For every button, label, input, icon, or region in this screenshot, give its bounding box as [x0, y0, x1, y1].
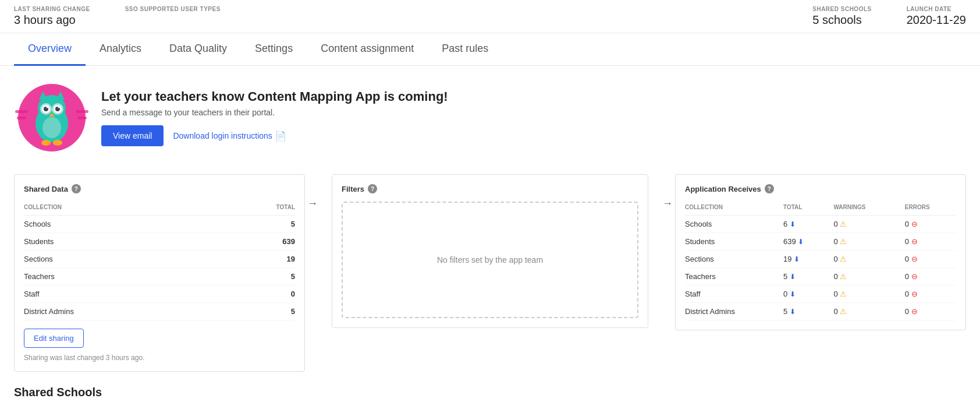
download-icon: ⬇ [790, 308, 796, 316]
schools-table: School Name School ID Grades [14, 408, 966, 416]
arrow-filters-to-app: → [662, 174, 673, 210]
app-receives-help-icon[interactable]: ? [765, 184, 774, 193]
school-id-col: School ID [128, 408, 765, 416]
svg-rect-2 [17, 117, 26, 119]
download-icon: ⬇ [790, 290, 796, 298]
svg-point-18 [42, 117, 61, 138]
warning-icon: ⚠ [840, 290, 847, 298]
last-sharing-value: 3 hours ago [14, 13, 90, 27]
shared-schools-label: SHARED SCHOOLS [812, 6, 871, 12]
tab-overview[interactable]: Overview [14, 33, 86, 66]
app-receives-title: Application Receives [685, 185, 761, 193]
filters-title: Filters [342, 185, 364, 193]
promo-subtext: Send a message to your teachers in their… [101, 108, 448, 117]
promo-actions: View email Download login instructions 📄 [101, 125, 448, 146]
sso-stat: SSO SUPPORTED USER TYPES [125, 6, 221, 27]
shared-data-title: Shared Data [24, 185, 68, 193]
shared-data-panel: Shared Data ? COLLECTION TOTAL Schools5S… [14, 174, 305, 372]
app-col-collection: COLLECTION [685, 202, 776, 216]
filters-panel: Filters ? No filters set by the app team [332, 174, 648, 328]
download-icon: ⬇ [798, 238, 804, 246]
download-icon: ⬇ [790, 220, 796, 228]
arrow-shared-to-filters: → [307, 174, 318, 210]
shared-schools-value: 5 schools [812, 13, 871, 27]
view-email-button[interactable]: View email [101, 125, 164, 146]
stats-bar: LAST SHARING CHANGE 3 hours ago SSO SUPP… [0, 0, 980, 33]
tab-past-rules[interactable]: Past rules [428, 33, 502, 66]
tab-analytics[interactable]: Analytics [86, 33, 155, 66]
school-name-col: School Name [14, 408, 128, 416]
filters-header: Filters ? [342, 184, 638, 193]
table-row: District Admins5 [24, 303, 295, 320]
owl-illustration [14, 80, 90, 156]
app-receives-header: Application Receives ? [685, 184, 956, 193]
error-icon: ⊖ [911, 307, 918, 316]
svg-rect-1 [15, 110, 28, 113]
table-row: Schools 6 ⬇ 0 ⚠ 0 ⊖ [685, 216, 956, 233]
table-row: Students 639 ⬇ 0 ⚠ 0 ⊖ [685, 233, 956, 251]
warning-icon: ⚠ [840, 255, 847, 263]
edit-sharing-button[interactable]: Edit sharing [24, 329, 84, 348]
shared-data-table: COLLECTION TOTAL Schools5Students639Sect… [24, 202, 295, 320]
table-row: Teachers 5 ⬇ 0 ⚠ 0 ⊖ [685, 268, 956, 285]
tab-settings[interactable]: Settings [241, 33, 307, 66]
table-row: Students639 [24, 233, 295, 251]
download-login-link[interactable]: Download login instructions 📄 [173, 131, 286, 142]
error-icon: ⊖ [911, 255, 918, 263]
app-col-total: TOTAL [776, 202, 826, 216]
shared-data-header: Shared Data ? [24, 184, 295, 193]
filters-help-icon[interactable]: ? [368, 184, 377, 193]
download-icon: ⬇ [790, 273, 796, 281]
table-row: Sections19 [24, 251, 295, 268]
filters-empty-message: No filters set by the app team [342, 202, 638, 318]
main-content: Let your teachers know Content Mapping A… [0, 66, 980, 416]
shared-col-total: TOTAL [221, 202, 295, 216]
launch-date-value: 2020-11-29 [907, 13, 966, 27]
shared-schools-section: Shared Schools School Name School ID Gra… [14, 386, 966, 416]
error-icon: ⊖ [911, 237, 918, 246]
launch-date-label: LAUNCH DATE [907, 6, 966, 12]
download-icon: 📄 [275, 131, 286, 142]
promo-text: Let your teachers know Content Mapping A… [101, 89, 448, 146]
app-receives-panel: Application Receives ? COLLECTION TOTAL … [675, 174, 966, 330]
table-row: Staff 0 ⬇ 0 ⚠ 0 ⊖ [685, 285, 956, 303]
svg-point-20 [53, 140, 62, 146]
nav-tabs: Overview Analytics Data Quality Settings… [0, 33, 980, 66]
download-icon: ⬇ [794, 255, 800, 263]
svg-rect-4 [77, 117, 87, 119]
table-row: Schools5 [24, 216, 295, 233]
warning-icon: ⚠ [840, 237, 847, 246]
warning-icon: ⚠ [840, 272, 847, 281]
error-icon: ⊖ [911, 290, 918, 298]
error-icon: ⊖ [911, 220, 918, 228]
sso-label: SSO SUPPORTED USER TYPES [125, 6, 221, 12]
shared-col-collection: COLLECTION [24, 202, 221, 216]
launch-date-stat: LAUNCH DATE 2020-11-29 [907, 6, 966, 27]
promo-heading: Let your teachers know Content Mapping A… [101, 89, 448, 104]
promo-banner: Let your teachers know Content Mapping A… [14, 80, 966, 156]
error-icon: ⊖ [911, 272, 918, 281]
shared-schools-stat: SHARED SCHOOLS 5 schools [812, 6, 871, 27]
app-receives-table: COLLECTION TOTAL WARNINGS ERRORS Schools… [685, 202, 956, 320]
svg-rect-3 [76, 110, 88, 113]
shared-schools-heading: Shared Schools [14, 386, 966, 399]
svg-point-16 [58, 107, 60, 108]
table-row: District Admins 5 ⬇ 0 ⚠ 0 ⊖ [685, 303, 956, 320]
tab-data-quality[interactable]: Data Quality [155, 33, 241, 66]
table-row: Staff0 [24, 285, 295, 303]
svg-point-19 [41, 140, 51, 146]
table-row: Sections 19 ⬇ 0 ⚠ 0 ⊖ [685, 251, 956, 268]
svg-point-15 [47, 107, 48, 108]
app-col-errors: ERRORS [898, 202, 956, 216]
last-sharing-stat: LAST SHARING CHANGE 3 hours ago [14, 6, 90, 27]
app-col-warnings: WARNINGS [826, 202, 897, 216]
warning-icon: ⚠ [840, 307, 847, 316]
table-row: Teachers5 [24, 268, 295, 285]
last-sharing-label: LAST SHARING CHANGE [14, 6, 90, 12]
grades-col: Grades [765, 408, 966, 416]
panels-row: Shared Data ? COLLECTION TOTAL Schools5S… [14, 174, 966, 372]
warning-icon: ⚠ [840, 220, 847, 228]
shared-data-help-icon[interactable]: ? [72, 184, 81, 193]
tab-content-assignment[interactable]: Content assignment [307, 33, 428, 66]
sharing-note: Sharing was last changed 3 hours ago. [24, 354, 295, 362]
